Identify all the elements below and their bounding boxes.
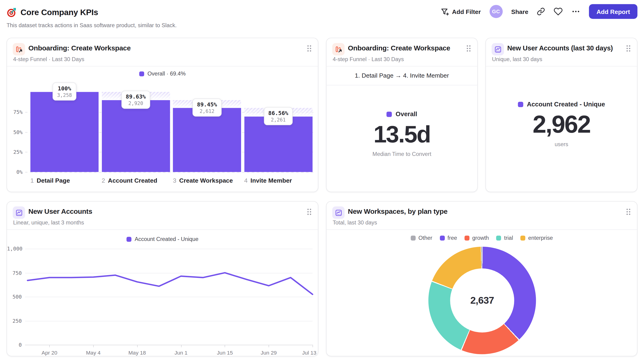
y-axis-label: 0% bbox=[7, 169, 22, 175]
funnel-count-label: 3,258 bbox=[57, 92, 72, 98]
funnel-pct-label: 89.63% bbox=[126, 93, 146, 100]
add-filter-label: Add Filter bbox=[452, 8, 481, 15]
funnel-value-tooltip: 89.45%2,612 bbox=[192, 98, 222, 116]
legend-swatch bbox=[387, 111, 392, 117]
legend-swatch bbox=[520, 235, 526, 240]
legend-label: Other bbox=[418, 235, 432, 241]
legend-item-other[interactable]: Other bbox=[410, 235, 432, 241]
copy-link-button[interactable] bbox=[537, 7, 545, 15]
legend-item-growth[interactable]: growth bbox=[464, 235, 489, 241]
funnel-bar-chart: 75%50%25%0%100%3,2581Detail Page89.63%2,… bbox=[7, 38, 318, 192]
legend-label: growth bbox=[472, 235, 489, 241]
metric-value: 13.5d bbox=[326, 121, 477, 147]
gridline-0% bbox=[25, 172, 314, 172]
ellipsis-icon bbox=[572, 7, 580, 16]
legend-swatch bbox=[464, 235, 470, 240]
metric-value: 2,962 bbox=[486, 111, 637, 138]
legend-label: free bbox=[448, 235, 457, 241]
heart-icon bbox=[554, 7, 563, 16]
card-new-user-accounts-line: New User Accounts Linear, unique, last 3… bbox=[6, 201, 318, 357]
card-onboarding-funnel-chart: Onboarding: Create Workspace 4-step Funn… bbox=[6, 38, 318, 192]
card-subtitle: 4-step Funnel · Last 30 Days bbox=[333, 56, 404, 62]
link-icon bbox=[537, 7, 545, 15]
step-name: Invite Member bbox=[250, 177, 292, 184]
card-title: New Workspaces, by plan type bbox=[348, 208, 448, 216]
funnel-bar-create-workspace[interactable] bbox=[173, 108, 241, 172]
step-name: Account Created bbox=[108, 177, 157, 184]
share-button[interactable]: Share bbox=[511, 8, 528, 15]
divider bbox=[326, 230, 637, 230]
funnel-step-label: 1Detail Page bbox=[30, 177, 70, 184]
step-number: 2 bbox=[102, 177, 105, 184]
funnel-step-label: 2Account Created bbox=[102, 177, 157, 184]
page-subtitle: This dataset tracks actions in Saas soft… bbox=[6, 22, 177, 28]
legend-label: Overall bbox=[396, 110, 417, 118]
drag-handle[interactable] bbox=[626, 208, 632, 217]
legend-swatch bbox=[440, 235, 444, 240]
legend-label: trial bbox=[504, 235, 513, 241]
drag-handle[interactable] bbox=[466, 45, 472, 54]
funnel-pct-label: 89.45% bbox=[197, 101, 217, 107]
legend-swatch bbox=[518, 101, 523, 107]
divider bbox=[486, 66, 637, 66]
donut-total: 2,637 bbox=[470, 295, 494, 306]
step-number: 3 bbox=[173, 177, 176, 184]
funnel-value-tooltip: 89.63%2,920 bbox=[121, 91, 150, 109]
legend-item-trial[interactable]: trial bbox=[496, 235, 513, 241]
metric-legend[interactable]: Overall bbox=[326, 110, 477, 118]
legend-label: Account Created - Unique bbox=[527, 101, 605, 108]
avatar[interactable]: GC bbox=[490, 5, 503, 18]
funnel-value-tooltip: 100%3,258 bbox=[52, 82, 76, 101]
donut-hole: 2,637 bbox=[450, 268, 514, 333]
funnel-chart-icon bbox=[332, 43, 344, 55]
step-name: Create Workspace bbox=[179, 177, 233, 184]
legend-label: enterprise bbox=[528, 235, 553, 241]
y-axis-label: 25% bbox=[7, 149, 22, 155]
card-time-to-convert: Onboarding: Create Workspace 4-step Funn… bbox=[326, 38, 478, 192]
funnel-bar-detail-page[interactable] bbox=[30, 92, 98, 172]
card-new-user-accounts-metric: New User Accounts (last 30 days) Unique,… bbox=[486, 38, 638, 192]
card-new-workspaces-donut: New Workspaces, by plan type Total, last… bbox=[326, 201, 638, 357]
step-number: 1 bbox=[30, 177, 34, 184]
step-name: Detail Page bbox=[37, 177, 70, 184]
card-subtitle: Unique, last 30 days bbox=[492, 56, 542, 62]
filter-plus-icon bbox=[440, 7, 449, 16]
favorite-button[interactable] bbox=[554, 7, 563, 16]
funnel-count-label: 2,261 bbox=[268, 117, 288, 123]
step-number: 4 bbox=[244, 177, 248, 184]
funnel-pct-label: 86.56% bbox=[268, 109, 288, 116]
line-series-account-created bbox=[7, 201, 319, 357]
funnel-pct-label: 100% bbox=[57, 85, 72, 91]
metric-caption: Median Time to Convert bbox=[326, 151, 477, 157]
donut-legend: Otherfreegrowthtrialenterprise bbox=[326, 235, 637, 241]
more-options-button[interactable] bbox=[572, 7, 580, 16]
metric-legend[interactable]: Account Created - Unique bbox=[486, 101, 637, 108]
legend-item-enterprise[interactable]: enterprise bbox=[520, 235, 553, 241]
page-title: Core Company KPIs bbox=[20, 8, 98, 17]
card-title: New User Accounts (last 30 days) bbox=[507, 44, 613, 52]
add-filter-button[interactable]: Add Filter bbox=[440, 7, 481, 16]
dashboard-logo-icon bbox=[6, 7, 17, 18]
legend-swatch bbox=[410, 235, 416, 240]
drag-handle[interactable] bbox=[626, 45, 632, 54]
card-title: Onboarding: Create Workspace bbox=[348, 44, 450, 52]
y-axis-label: 50% bbox=[7, 129, 22, 135]
funnel-step-range: 1. Detail Page → 4. Invite Member bbox=[326, 66, 477, 85]
line-chart-icon bbox=[492, 43, 504, 55]
add-report-button[interactable]: Add Report bbox=[589, 4, 638, 19]
legend-item-free[interactable]: free bbox=[440, 235, 457, 241]
legend-swatch bbox=[496, 235, 501, 240]
y-axis-label: 75% bbox=[7, 109, 22, 115]
funnel-value-tooltip: 86.56%2,261 bbox=[264, 107, 293, 125]
funnel-step-label: 4Invite Member bbox=[244, 177, 292, 184]
card-subtitle: Total, last 30 days bbox=[333, 220, 377, 226]
funnel-count-label: 2,920 bbox=[126, 101, 146, 106]
funnel-bar-account-created[interactable] bbox=[102, 100, 170, 172]
dashboard: Core Company KPIs This dataset tracks ac… bbox=[0, 0, 644, 362]
page-header: Core Company KPIs This dataset tracks ac… bbox=[0, 0, 644, 34]
funnel-count-label: 2,612 bbox=[197, 108, 217, 114]
line-chart-icon bbox=[332, 207, 344, 219]
metric-caption: users bbox=[486, 141, 637, 147]
funnel-step-label: 3Create Workspace bbox=[173, 177, 233, 184]
line-chart: 02505007501,000Apr 20May 4May 18Jun 1Jun… bbox=[7, 201, 318, 356]
